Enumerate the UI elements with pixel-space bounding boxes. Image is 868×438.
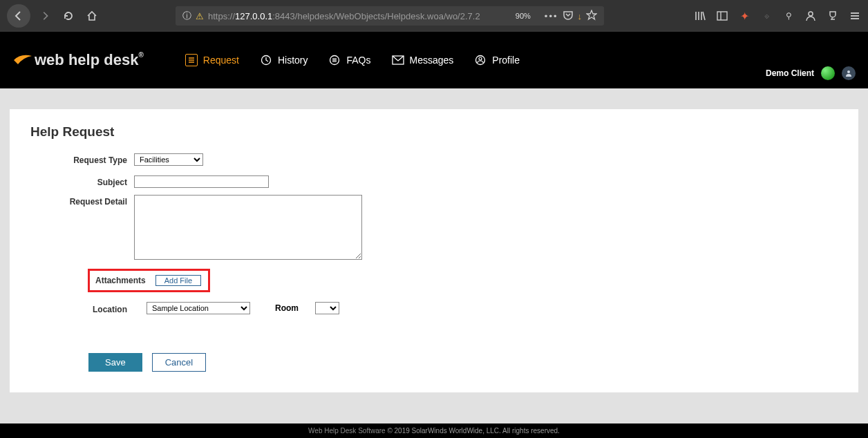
page-title: Help Request: [30, 124, 838, 140]
label-attachments: Attachments: [95, 276, 146, 285]
arrow-left-icon: [13, 10, 24, 21]
row-location: Location Sample Location Room: [30, 302, 838, 314]
info-icon: ⓘ: [182, 10, 191, 22]
subject-input[interactable]: [134, 175, 269, 188]
tab-label: Profile: [492, 55, 520, 66]
request-type-select[interactable]: Facilities: [134, 153, 203, 166]
svg-point-16: [479, 57, 482, 60]
room-select[interactable]: [315, 302, 339, 314]
header-user: Demo Client: [766, 66, 856, 80]
label-location: Location: [30, 303, 134, 314]
tab-messages[interactable]: Messages: [392, 54, 454, 66]
sidebar-icon[interactable]: [716, 10, 728, 22]
row-attachments: Attachments Add File: [30, 269, 838, 292]
warning-icon: ⚠: [196, 11, 204, 21]
account-icon[interactable]: [804, 10, 817, 22]
save-button[interactable]: Save: [88, 353, 142, 372]
nav-tabs: Request History FAQs Messages Profile: [185, 54, 520, 66]
label-room: Room: [275, 303, 299, 313]
status-dot-icon[interactable]: [821, 66, 835, 80]
tab-request[interactable]: Request: [185, 54, 239, 66]
ellipsis-icon[interactable]: •••: [545, 11, 558, 21]
footer: Web Help Desk Software © 2019 SolarWinds…: [0, 423, 868, 438]
label-subject: Subject: [30, 175, 134, 187]
tab-profile[interactable]: Profile: [474, 54, 520, 66]
history-icon: [260, 54, 272, 66]
row-request-detail: Request Detail: [30, 195, 838, 262]
label-request-type: Request Type: [30, 153, 134, 165]
tab-faqs[interactable]: FAQs: [328, 54, 370, 66]
tab-label: Messages: [410, 55, 454, 66]
reload-icon: [63, 10, 74, 21]
home-icon: [86, 10, 97, 21]
label-request-detail: Request Detail: [30, 195, 134, 207]
button-row: Save Cancel: [88, 353, 838, 372]
footer-copyright: © 2019 SolarWinds WorldWide, LLC. All ri…: [386, 427, 560, 435]
back-button[interactable]: [7, 4, 30, 28]
extension-icon-3[interactable]: ⚲: [782, 10, 795, 22]
profile-icon: [474, 54, 487, 66]
pocket-icon[interactable]: [563, 10, 574, 23]
messages-icon: [392, 54, 404, 66]
home-button[interactable]: [83, 7, 101, 25]
logo-swoosh-icon: [14, 53, 32, 67]
logo[interactable]: web help desk®: [14, 51, 144, 69]
star-icon[interactable]: [586, 10, 597, 23]
request-icon: [185, 54, 198, 66]
location-select[interactable]: Sample Location: [147, 302, 250, 314]
reload-button[interactable]: [59, 7, 77, 25]
download-icon[interactable]: ↓: [578, 11, 583, 21]
url-bar[interactable]: ⓘ ⚠ https://127.0.0.1:8443/helpdesk/WebO…: [176, 6, 604, 26]
tab-label: FAQs: [346, 55, 370, 66]
tab-history[interactable]: History: [260, 54, 308, 66]
url-text: https://127.0.0.1:8443/helpdesk/WebObjec…: [208, 11, 511, 21]
svg-rect-0: [717, 12, 727, 20]
cancel-button[interactable]: Cancel: [152, 353, 206, 372]
request-detail-textarea[interactable]: [134, 195, 362, 260]
library-icon[interactable]: [694, 10, 706, 22]
help-request-card: Help Request Request Type Facilities Sub…: [10, 109, 858, 392]
svg-point-17: [847, 70, 850, 73]
tab-label: History: [278, 55, 308, 66]
arrow-right-icon: [40, 11, 50, 21]
footer-link[interactable]: Web Help Desk Software: [308, 427, 386, 435]
row-subject: Subject: [30, 175, 838, 188]
trophy-icon[interactable]: [827, 10, 839, 22]
zoom-level: 90%: [516, 12, 531, 20]
forward-button[interactable]: [36, 7, 54, 25]
attachments-highlight: Attachments Add File: [88, 269, 210, 292]
row-request-type: Request Type Facilities: [30, 153, 838, 166]
user-name: Demo Client: [766, 68, 814, 78]
add-file-button[interactable]: Add File: [155, 275, 201, 286]
tab-label: Request: [203, 55, 239, 66]
extension-icon-2[interactable]: ⟐: [760, 10, 773, 22]
extension-icon-1[interactable]: ✦: [738, 10, 751, 22]
menu-icon[interactable]: [849, 10, 861, 22]
app-header: web help desk® Request History FAQs Mess…: [0, 32, 868, 88]
logo-text: web help desk®: [35, 51, 144, 69]
svg-point-2: [809, 12, 813, 16]
user-avatar-icon[interactable]: [842, 66, 856, 80]
content-area: Help Request Request Type Facilities Sub…: [0, 88, 868, 392]
faqs-icon: [328, 54, 341, 66]
browser-toolbar: ⓘ ⚠ https://127.0.0.1:8443/helpdesk/WebO…: [0, 0, 868, 32]
